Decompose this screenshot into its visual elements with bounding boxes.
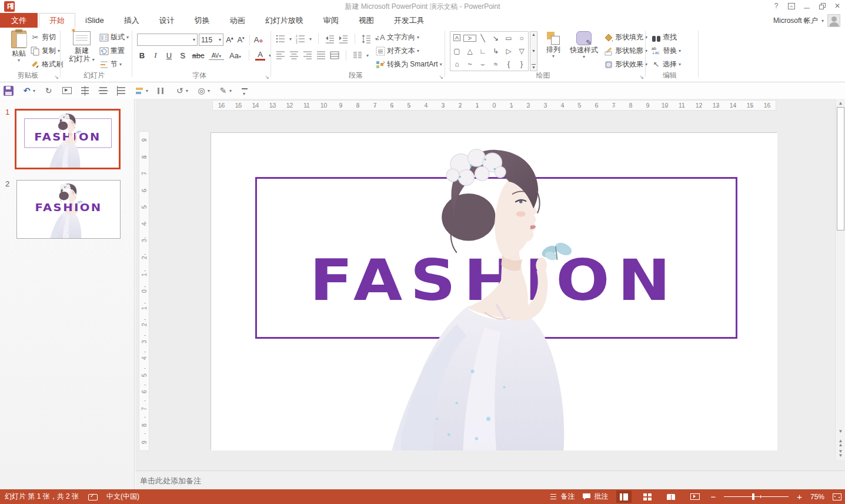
slide-thumbnail-2[interactable]: FASHION — [16, 180, 121, 239]
shape-vertical-text-box[interactable]: A — [463, 32, 476, 45]
distribute-button[interactable] — [156, 86, 166, 96]
clear-formatting-button[interactable]: A◆ — [253, 35, 263, 44]
slide-counter[interactable]: 幻灯片 第 1 张，共 2 张 — [5, 492, 79, 502]
spell-check-button[interactable] — [88, 493, 97, 500]
font-color-button[interactable]: A — [255, 50, 265, 61]
bullets-icon[interactable] — [276, 34, 285, 44]
distribute-icon[interactable] — [330, 51, 339, 60]
select-button[interactable]: ↖选择▾ — [652, 59, 681, 69]
font-dialog-launcher[interactable]: ↘ — [265, 74, 269, 80]
convert-smartart-button[interactable]: 转换为 SmartArt▾ — [376, 59, 442, 69]
shape-arc[interactable]: ⌣ — [476, 58, 489, 71]
increase-font-size-button[interactable]: A▴ — [225, 35, 235, 44]
close-icon[interactable]: ✕ — [830, 0, 845, 12]
vertical-scrollbar[interactable]: ▲ ▼ ▲▲ ▼▼ — [835, 99, 845, 460]
paragraph-dialog-launcher[interactable]: ↘ — [439, 74, 443, 80]
notes-toggle-button[interactable]: 备注 — [549, 492, 575, 502]
shape-arrow[interactable]: ↘ — [489, 32, 502, 45]
shape-rounded-rectangle[interactable]: ▢ — [450, 45, 463, 58]
fit-slide-to-window-button[interactable] — [833, 493, 841, 500]
character-spacing-button[interactable]: AV▾ — [209, 51, 224, 60]
italic-button[interactable]: I — [151, 51, 161, 60]
underline-button[interactable]: U — [164, 51, 174, 60]
next-slide-icon[interactable]: ▼▼ — [836, 449, 845, 459]
columns-icon[interactable] — [353, 51, 362, 60]
font-name-combo[interactable]: ▾ — [137, 34, 198, 46]
cut-button[interactable]: ✂剪切 — [31, 32, 56, 42]
line-spacing-icon[interactable] — [362, 34, 371, 44]
reading-view-button[interactable] — [663, 490, 679, 503]
align-text-button[interactable]: 对齐文本▾ — [376, 46, 419, 56]
decrease-font-size-button[interactable]: A▾ — [236, 35, 246, 44]
avatar[interactable] — [827, 14, 840, 27]
justify-icon[interactable] — [316, 51, 326, 60]
replace-button[interactable]: ab⇣ac替换▾ — [652, 46, 681, 56]
quick-styles-button[interactable]: 快速样式 ▾ — [567, 30, 600, 59]
numbering-icon[interactable]: 123 — [296, 34, 305, 44]
comments-toggle-button[interactable]: 批注 — [583, 492, 608, 502]
align-right-icon[interactable] — [303, 51, 312, 60]
section-button[interactable]: 节▾ — [99, 59, 122, 69]
repeat-button[interactable]: ↻ — [44, 86, 54, 96]
shape-scroll-up-icon[interactable]: ▲ — [532, 32, 536, 38]
decrease-indent-icon[interactable] — [325, 34, 335, 44]
strikethrough-button[interactable]: abc — [191, 51, 205, 60]
scroll-down-icon[interactable]: ▼ — [836, 427, 845, 436]
align-left-button[interactable] — [116, 86, 126, 96]
text-shadow-button[interactable]: S — [178, 51, 188, 60]
rotate-button[interactable]: ↺▾ — [175, 86, 188, 96]
slide-thumbnail-1[interactable]: FASHION — [15, 109, 121, 169]
find-button[interactable]: 查找 — [652, 32, 677, 42]
increase-indent-icon[interactable] — [339, 34, 348, 44]
language-indicator[interactable]: 中文(中国) — [106, 492, 139, 502]
zoom-slider-thumb[interactable] — [752, 493, 754, 500]
copy-button[interactable]: 复制▾ — [31, 46, 60, 56]
shape-rectangle[interactable]: ▭ — [502, 32, 515, 45]
shape-right-arrow[interactable]: ▷ — [502, 45, 515, 58]
text-direction-button[interactable]: ↕A文字方向▾ — [376, 32, 419, 42]
shape-right-brace[interactable]: } — [515, 58, 528, 71]
shape-oval[interactable]: ○ — [515, 32, 528, 45]
tab-animations[interactable]: 动画 — [220, 13, 255, 28]
layout-button[interactable]: 版式▾ — [99, 32, 129, 42]
slideshow-view-button[interactable] — [687, 490, 702, 503]
shape-scribble[interactable]: ~ — [463, 58, 476, 71]
shape-freeform[interactable]: ⌂ — [450, 58, 463, 71]
notes-pane[interactable]: 单击此处添加备注 — [135, 470, 845, 489]
slide-sorter-button[interactable] — [640, 490, 655, 503]
shape-elbow-arrow-connector[interactable]: ↳ — [489, 45, 502, 58]
vertical-ruler[interactable]: 9876543210123456789 — [139, 131, 149, 451]
zoom-slider[interactable] — [724, 496, 789, 497]
tab-review[interactable]: 审阅 — [313, 13, 349, 28]
woman-illustration[interactable] — [369, 134, 624, 450]
clipboard-dialog-launcher[interactable]: ↘ — [54, 74, 59, 80]
ribbon-display-options-icon[interactable] — [784, 0, 799, 12]
drawing-dialog-launcher[interactable]: ↘ — [639, 74, 644, 80]
minimize-icon[interactable] — [799, 0, 814, 12]
tab-slide-show[interactable]: 幻灯片放映 — [255, 13, 313, 28]
shape-isosceles-triangle[interactable]: △ — [463, 45, 476, 58]
reset-button[interactable]: 重置 — [99, 46, 125, 56]
horizontal-ruler[interactable]: 1615141312111098765432101234567891011121… — [212, 100, 776, 111]
shape-curve[interactable]: ≈ — [489, 58, 502, 71]
shape-scroll-down-icon[interactable]: ▼ — [532, 48, 536, 54]
shape-line[interactable]: ╲ — [476, 32, 489, 45]
align-objects-button[interactable]: ▾ — [135, 86, 148, 96]
shape-elbow-connector[interactable]: ∟ — [476, 45, 489, 58]
format-painter-button[interactable]: 格式刷 — [31, 59, 63, 69]
change-case-button[interactable]: Aa▾ — [228, 51, 243, 60]
zoom-in-button[interactable]: + — [797, 492, 802, 502]
start-slideshow-button[interactable] — [62, 86, 72, 96]
shape-outline-button[interactable]: 形状轮廓▾ — [604, 46, 647, 56]
undo-button[interactable]: ↶▾ — [22, 86, 35, 96]
slide-editing-surface[interactable]: FASHION — [211, 132, 777, 450]
previous-slide-icon[interactable]: ▲▲ — [836, 439, 845, 448]
save-button[interactable] — [4, 86, 14, 96]
tab-file[interactable]: 文件 — [0, 13, 38, 28]
shape-down-arrow[interactable]: ▽ — [515, 45, 528, 58]
tab-home[interactable]: 开始 — [39, 13, 75, 28]
bold-button[interactable]: B — [137, 51, 147, 60]
new-slide-button[interactable]: 新建 幻灯片 ▾ — [65, 30, 98, 64]
restore-icon[interactable] — [814, 0, 830, 12]
align-center-icon[interactable] — [289, 51, 299, 60]
